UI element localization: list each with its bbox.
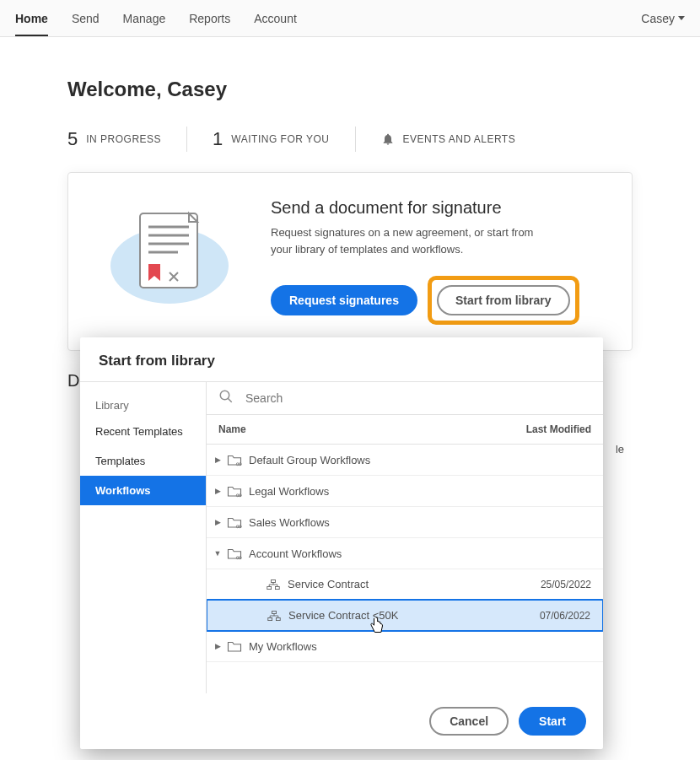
divider xyxy=(186,127,187,152)
stat-events[interactable]: EVENTS AND ALERTS xyxy=(381,132,516,147)
truncated-heading: D xyxy=(67,371,79,376)
highlight-annotation: Start from library xyxy=(428,276,579,325)
events-label: EVENTS AND ALERTS xyxy=(403,133,516,145)
top-nav: Home Send Manage Reports Account Casey xyxy=(0,0,700,37)
card-subtitle: Request signatures on a new agreement, o… xyxy=(271,224,549,257)
modal-title: Start from library xyxy=(80,337,603,376)
stat-waiting[interactable]: 1 WAITING FOR YOU xyxy=(213,128,329,150)
nav-tabs: Home Send Manage Reports Account xyxy=(15,1,297,36)
tab-manage[interactable]: Manage xyxy=(123,1,166,36)
send-card: Send a document for signature Request si… xyxy=(67,172,633,351)
page-title: Welcome, Casey xyxy=(67,78,633,101)
stat-in-progress[interactable]: 5 IN PROGRESS xyxy=(67,128,161,150)
bell-icon xyxy=(381,132,395,147)
request-signatures-button[interactable]: Request signatures xyxy=(271,285,417,315)
tab-reports[interactable]: Reports xyxy=(189,1,230,36)
user-menu[interactable]: Casey xyxy=(641,12,685,25)
tab-account[interactable]: Account xyxy=(254,1,297,36)
divider xyxy=(355,127,356,152)
tab-send[interactable]: Send xyxy=(72,1,100,36)
waiting-label: WAITING FOR YOU xyxy=(231,133,329,145)
tab-home[interactable]: Home xyxy=(15,1,48,36)
start-from-library-modal: Start from library Library Recent Templa… xyxy=(80,337,603,376)
card-title: Send a document for signature xyxy=(271,198,606,218)
document-illustration-icon xyxy=(94,198,237,316)
user-name: Casey xyxy=(641,12,675,25)
stats-row: 5 IN PROGRESS 1 WAITING FOR YOU EVENTS A… xyxy=(67,127,633,152)
start-from-library-button[interactable]: Start from library xyxy=(437,285,570,315)
chevron-down-icon xyxy=(678,16,685,20)
in-progress-count: 5 xyxy=(67,128,78,150)
in-progress-label: IN PROGRESS xyxy=(86,133,161,145)
waiting-count: 1 xyxy=(213,128,223,150)
